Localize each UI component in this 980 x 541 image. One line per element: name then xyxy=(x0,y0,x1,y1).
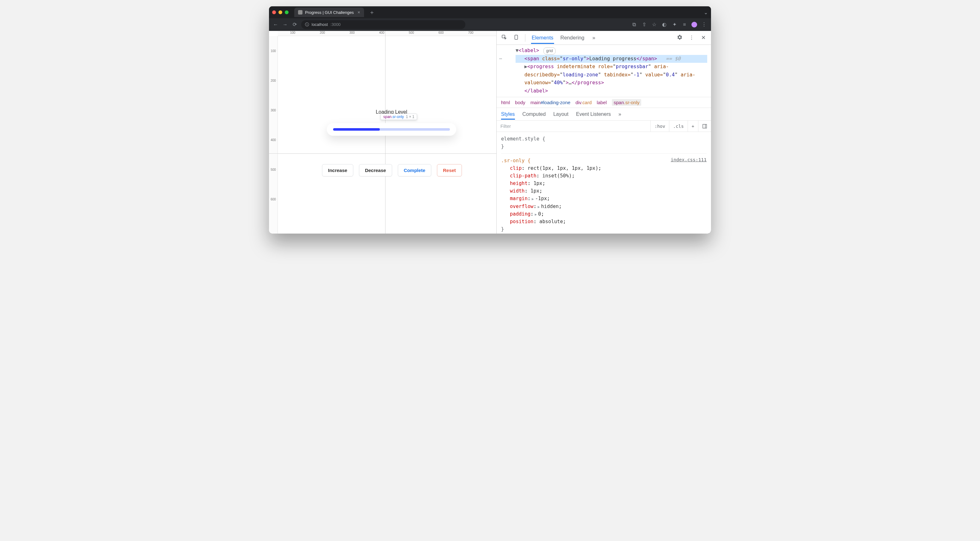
maximize-window-icon[interactable] xyxy=(285,10,289,14)
css-declaration[interactable]: margin:▶-1px; xyxy=(501,195,706,202)
tab-close-icon[interactable]: × xyxy=(357,10,360,15)
gutter-dots-icon[interactable]: ⋯ xyxy=(499,55,502,63)
breadcrumb-segment[interactable]: label xyxy=(597,100,607,105)
url-port: :3000 xyxy=(330,22,340,27)
minimize-window-icon[interactable] xyxy=(278,10,282,14)
svg-rect-1 xyxy=(515,35,518,40)
gear-icon[interactable] xyxy=(676,34,682,42)
css-declaration[interactable]: position: absolute; xyxy=(501,218,706,225)
dom-breadcrumb[interactable]: htmlbodymain#loading-zonediv.cardlabelsp… xyxy=(496,97,711,108)
browser-toolbar: ← → ⟳ ⓘ localhost:3000 ⧉ ⇧ ☆ ◐ ✦ ≡ ⋮ xyxy=(269,18,711,31)
breadcrumb-segment[interactable]: main#loading-zone xyxy=(530,100,571,105)
css-declaration[interactable]: overflow:▶hidden; xyxy=(501,203,706,210)
dom-node-span-sr-only[interactable]: ⋯ <span class="sr-only">Loading progress… xyxy=(515,55,707,63)
more-tabs-icon[interactable]: » xyxy=(591,35,597,41)
subtab-event-listeners[interactable]: Event Listeners xyxy=(576,111,611,117)
profile-avatar-icon[interactable] xyxy=(691,22,697,27)
progress-pill: span.sr-only1 × 1 xyxy=(327,123,456,136)
titlebar: Progress | GUI Challenges × ＋ ⌄ xyxy=(269,6,711,18)
device-toolbar-icon[interactable] xyxy=(513,34,519,41)
rule-sr-only[interactable]: index.css:111 .sr-only { clip: rect(1px,… xyxy=(501,153,706,234)
button-row: Increase Decrease Complete Reset xyxy=(322,164,462,177)
svg-rect-2 xyxy=(703,124,706,128)
layout-badge[interactable]: grid xyxy=(543,47,556,55)
styles-rules[interactable]: element.style { } index.css:111 .sr-only… xyxy=(496,132,711,234)
inspect-element-icon[interactable] xyxy=(501,34,508,41)
devtools-panel: Elements Rendering » ⋮ ✕ ▼<label> grid ⋯ xyxy=(496,31,711,234)
more-subtabs-icon[interactable]: » xyxy=(619,111,621,117)
subtab-layout[interactable]: Layout xyxy=(553,111,568,117)
back-icon[interactable]: ← xyxy=(273,22,278,27)
decrease-button[interactable]: Decrease xyxy=(359,164,392,177)
css-declaration[interactable]: clip-path: inset(50%); xyxy=(501,172,706,180)
computed-panel-toggle-icon[interactable] xyxy=(698,121,711,132)
address-bar[interactable]: ⓘ localhost:3000 xyxy=(301,20,465,29)
tooltip-tag: span xyxy=(383,115,391,119)
inspect-tooltip: span.sr-only1 × 1 xyxy=(380,114,417,120)
tab-favicon-icon xyxy=(298,10,302,14)
breadcrumb-segment[interactable]: span.sr-only xyxy=(612,99,641,106)
subtab-styles[interactable]: Styles xyxy=(501,109,515,119)
increase-button[interactable]: Increase xyxy=(322,164,353,177)
close-window-icon[interactable] xyxy=(272,10,276,14)
loading-card: Loading Level span.sr-only1 × 1 xyxy=(322,109,461,136)
new-tab-button[interactable]: ＋ xyxy=(367,8,377,16)
forward-icon[interactable]: → xyxy=(282,22,288,27)
css-declaration[interactable]: height: 1px; xyxy=(501,180,706,187)
subtab-computed[interactable]: Computed xyxy=(522,111,546,117)
url-host: localhost xyxy=(312,22,328,27)
css-declaration[interactable]: padding:▶0; xyxy=(501,210,706,218)
browser-tab[interactable]: Progress | GUI Challenges × xyxy=(294,8,364,17)
breadcrumb-segment[interactable]: body xyxy=(515,100,525,105)
kebab-menu-icon[interactable]: ⋮ xyxy=(701,21,707,27)
styles-filter-bar: :hov .cls + xyxy=(496,121,711,132)
open-in-new-icon[interactable]: ⧉ xyxy=(631,22,637,27)
share-icon[interactable]: ⇧ xyxy=(641,21,647,27)
css-declaration[interactable]: clip: rect(1px, 1px, 1px, 1px); xyxy=(501,164,706,172)
page-stage: Loading Level span.sr-only1 × 1 Increase… xyxy=(278,36,496,234)
breadcrumb-segment[interactable]: html xyxy=(501,100,510,105)
content-split: 100200300400500600700 100200300400500600… xyxy=(269,31,711,234)
new-rule-button[interactable]: + xyxy=(688,121,698,132)
dom-node-progress[interactable]: ▶<progress indeterminate role="progressb… xyxy=(515,63,707,87)
bookmark-icon[interactable]: ☆ xyxy=(651,21,657,27)
styles-tabstrip: Styles Computed Layout Event Listeners » xyxy=(496,108,711,121)
rule-source-link[interactable]: index.css:111 xyxy=(671,156,707,163)
tabs-overflow-icon[interactable]: ⌄ xyxy=(704,10,708,16)
dom-node-label[interactable]: ▼<label> grid xyxy=(515,47,707,55)
horizontal-ruler: 100200300400500600700 xyxy=(278,31,496,36)
progress-track xyxy=(333,128,450,130)
kebab-icon[interactable]: ⋮ xyxy=(688,35,695,41)
reload-icon[interactable]: ⟳ xyxy=(292,21,298,27)
tab-rendering[interactable]: Rendering xyxy=(560,32,585,44)
tooltip-class: .sr-only xyxy=(391,115,404,119)
rule-element-style[interactable]: element.style { } xyxy=(501,134,706,153)
tab-elements[interactable]: Elements xyxy=(531,32,554,44)
progress-fill xyxy=(333,128,380,130)
site-info-icon[interactable]: ⓘ xyxy=(305,22,309,27)
css-declaration[interactable]: width: 1px; xyxy=(501,187,706,195)
extensions-puzzle-icon[interactable]: ✦ xyxy=(671,21,678,27)
dom-node-label-close[interactable]: </label> xyxy=(515,87,707,95)
browser-window: Progress | GUI Challenges × ＋ ⌄ ← → ⟳ ⓘ … xyxy=(269,6,711,234)
breadcrumb-segment[interactable]: div.card xyxy=(576,100,592,105)
complete-button[interactable]: Complete xyxy=(398,164,431,177)
window-controls xyxy=(272,10,289,14)
extension-icon[interactable]: ◐ xyxy=(661,21,667,27)
close-devtools-icon[interactable]: ✕ xyxy=(700,35,706,41)
page-viewport: 100200300400500600700 100200300400500600… xyxy=(269,31,496,234)
tooltip-dimensions: 1 × 1 xyxy=(406,115,414,119)
reading-list-icon[interactable]: ≡ xyxy=(681,22,688,27)
hov-toggle[interactable]: :hov xyxy=(651,121,669,132)
vertical-ruler: 100200300400500600 xyxy=(269,36,278,234)
tab-title: Progress | GUI Challenges xyxy=(305,10,353,15)
dom-tree[interactable]: ▼<label> grid ⋯ <span class="sr-only">Lo… xyxy=(496,45,711,97)
cls-toggle[interactable]: .cls xyxy=(669,121,688,132)
styles-filter-input[interactable] xyxy=(496,123,651,129)
devtools-tabstrip: Elements Rendering » ⋮ ✕ xyxy=(496,31,711,45)
reset-button[interactable]: Reset xyxy=(437,164,462,177)
